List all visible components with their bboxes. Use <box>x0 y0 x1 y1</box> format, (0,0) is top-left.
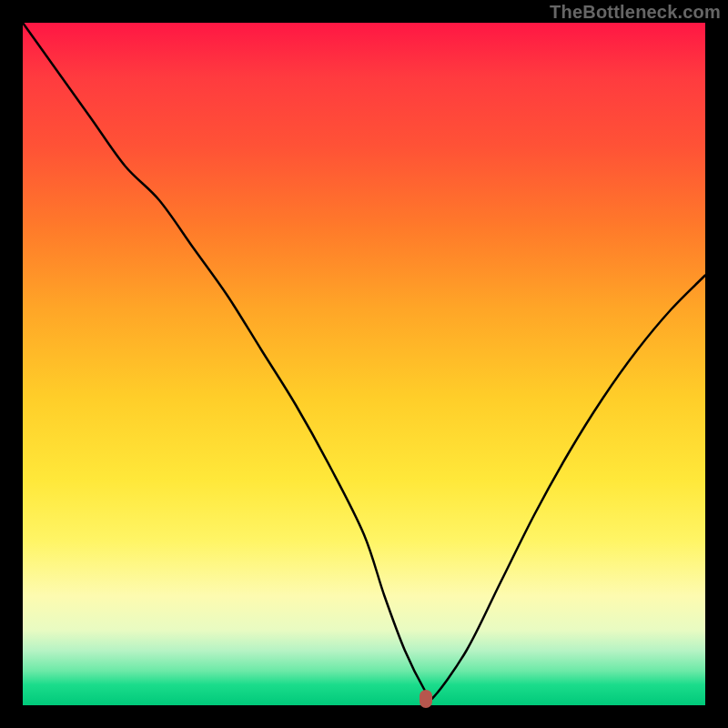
optimum-marker <box>420 690 432 708</box>
bottleneck-curve <box>23 23 705 705</box>
plot-area <box>23 23 705 705</box>
attribution-label: TheBottleneck.com <box>550 2 721 23</box>
chart-frame: TheBottleneck.com <box>0 0 728 728</box>
